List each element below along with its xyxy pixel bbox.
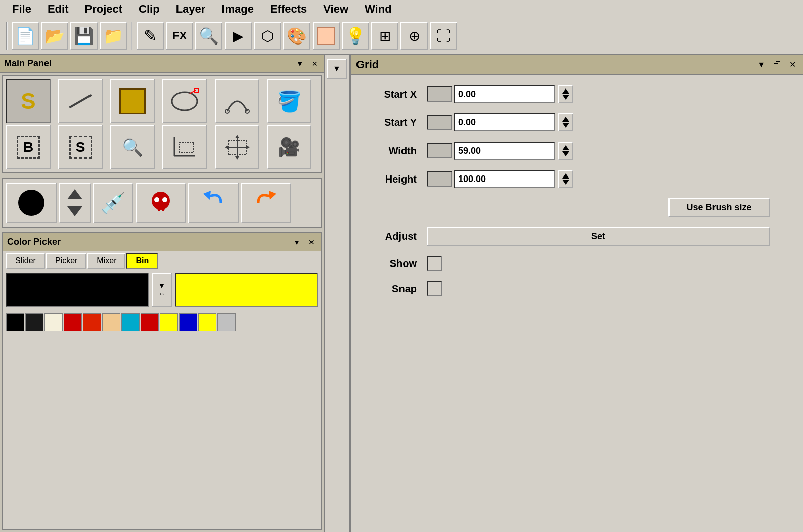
canvas-button[interactable]: [313, 22, 340, 50]
start-y-input[interactable]: [454, 113, 555, 131]
start-x-stepper[interactable]: [558, 85, 573, 103]
tool-rectangle[interactable]: [110, 79, 155, 123]
tab-mixer[interactable]: Mixer: [87, 253, 125, 269]
palette-color-1[interactable]: [6, 313, 24, 331]
menu-project[interactable]: Project: [76, 1, 130, 18]
palette-color-3[interactable]: [44, 313, 63, 331]
width-input[interactable]: [454, 142, 555, 160]
light-button[interactable]: 💡: [342, 22, 369, 50]
tool-select-b[interactable]: B: [6, 125, 51, 169]
color-wheel-icon: 🎨: [287, 26, 307, 46]
palette-color-7[interactable]: [121, 313, 140, 331]
redo-button[interactable]: [241, 183, 291, 223]
snap-checkbox[interactable]: [427, 281, 442, 296]
layers-button[interactable]: ⬡: [254, 22, 281, 50]
height-slider[interactable]: [427, 171, 452, 187]
menu-image[interactable]: Image: [213, 1, 262, 18]
color-swap-button[interactable]: ▼ ↔: [152, 273, 172, 307]
svg-marker-13: [225, 145, 228, 149]
color-picker-dropdown[interactable]: ▼: [291, 237, 302, 247]
menu-clip[interactable]: Clip: [130, 1, 168, 18]
start-x-slider[interactable]: [427, 86, 452, 102]
grid-panel-header: Grid ▼ 🗗 ✕: [351, 55, 803, 75]
zoom-button[interactable]: 🔍: [195, 22, 222, 50]
fx-icon: FX: [172, 29, 187, 42]
grid-view-icon: ⊞: [379, 28, 391, 45]
tab-bin[interactable]: Bin: [126, 253, 158, 269]
start-y-stepper[interactable]: [558, 113, 573, 131]
save-button[interactable]: 💾: [70, 22, 98, 50]
line-icon: [69, 94, 92, 108]
tool-ellipse[interactable]: [162, 79, 207, 123]
eyedropper-button[interactable]: 💉: [93, 183, 133, 223]
undo-button[interactable]: [188, 183, 239, 223]
select-b-icon: B: [17, 136, 40, 159]
menu-layer[interactable]: Layer: [168, 1, 214, 18]
new-button[interactable]: 📄: [12, 22, 39, 50]
width-slider[interactable]: [427, 143, 452, 158]
folder-button[interactable]: 📁: [100, 22, 127, 50]
circle-fill-button[interactable]: [6, 183, 57, 223]
arrow-expand-button[interactable]: [59, 183, 91, 223]
svg-point-15: [18, 190, 44, 216]
start-x-input[interactable]: [454, 85, 555, 103]
palette-color-2[interactable]: [25, 313, 43, 331]
play-button[interactable]: ▶: [225, 22, 252, 50]
show-checkbox[interactable]: [427, 256, 442, 271]
tab-slider[interactable]: Slider: [6, 253, 45, 269]
menu-file[interactable]: File: [4, 1, 39, 18]
main-panel-dropdown[interactable]: ▼: [294, 59, 305, 69]
menu-edit[interactable]: Edit: [39, 1, 77, 18]
tool-select-s[interactable]: S: [58, 125, 103, 169]
grid-panel-dropdown[interactable]: ▼: [755, 59, 767, 70]
tool-fill[interactable]: 🪣: [267, 79, 311, 123]
grid-panel-pin[interactable]: 🗗: [771, 59, 783, 70]
grid-panel-close[interactable]: ✕: [787, 59, 798, 70]
tool-arch[interactable]: [215, 79, 259, 123]
palette-color-11[interactable]: [198, 313, 216, 331]
palette-color-9[interactable]: [160, 313, 178, 331]
tool-move[interactable]: [215, 125, 259, 169]
svg-marker-32: [562, 173, 569, 179]
start-x-row: Start X: [366, 85, 788, 103]
color-wheel-button[interactable]: 🎨: [283, 22, 310, 50]
open-button[interactable]: 📂: [41, 22, 68, 50]
tool-squiggle[interactable]: S: [6, 79, 51, 123]
height-stepper[interactable]: [558, 170, 573, 188]
svg-marker-26: [562, 88, 569, 94]
palette-color-6[interactable]: [102, 313, 120, 331]
grid-view-button[interactable]: ⊞: [371, 22, 398, 50]
menu-wind[interactable]: Wind: [356, 1, 400, 18]
height-input[interactable]: [454, 170, 555, 188]
main-panel-header: Main Panel ▼ ✕: [0, 55, 324, 73]
fx-button[interactable]: FX: [166, 22, 193, 50]
color-preview-row: ▼ ↔: [3, 269, 321, 311]
main-panel-close[interactable]: ✕: [309, 59, 320, 69]
foreground-color-swatch[interactable]: [6, 273, 149, 307]
svg-point-0: [172, 92, 197, 110]
color-picker-close[interactable]: ✕: [306, 237, 317, 247]
stack-button[interactable]: ⛶: [430, 22, 457, 50]
set-button[interactable]: Set: [427, 227, 770, 246]
width-stepper[interactable]: [558, 142, 573, 160]
tab-picker[interactable]: Picker: [46, 253, 86, 269]
tool-zoom-plus[interactable]: 🔍: [110, 125, 155, 169]
menu-view[interactable]: View: [315, 1, 356, 18]
tool-camera[interactable]: 🎥: [267, 125, 311, 169]
use-brush-size-button[interactable]: Use Brush size: [668, 198, 770, 217]
palette-color-10[interactable]: [179, 313, 197, 331]
tool-line[interactable]: [58, 79, 103, 123]
main-panel-tools: S: [2, 75, 322, 173]
brush-button[interactable]: ✎: [137, 22, 164, 50]
background-color-swatch[interactable]: [175, 273, 318, 307]
palette-color-5[interactable]: [83, 313, 101, 331]
menu-effects[interactable]: Effects: [262, 1, 315, 18]
palette-color-12[interactable]: [217, 313, 236, 331]
palette-color-8[interactable]: [141, 313, 159, 331]
tool-crop[interactable]: [162, 125, 207, 169]
palette-color-4[interactable]: [64, 313, 82, 331]
start-y-slider[interactable]: [427, 115, 452, 130]
panel-collapse-button[interactable]: ▼: [327, 59, 347, 79]
poison-button[interactable]: [136, 183, 186, 223]
crosshair-button[interactable]: ⊕: [400, 22, 428, 50]
